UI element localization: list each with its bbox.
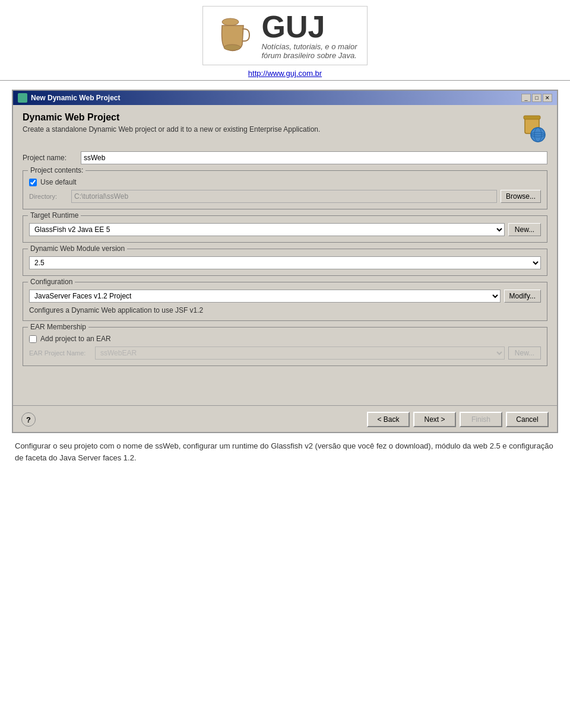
titlebar-icon [18, 93, 27, 103]
target-runtime-label: Target Runtime [28, 211, 81, 220]
page-wizard-icon [517, 112, 547, 143]
spacer3 [23, 384, 547, 390]
header-url[interactable]: http://www.guj.com.br [248, 69, 322, 78]
config-dropdown-row: JavaServer Faces v1.2 Project Modify... [29, 290, 541, 303]
help-button[interactable]: ? [21, 412, 36, 427]
finish-button[interactable]: Finish [460, 412, 502, 427]
svg-point-1 [224, 44, 240, 50]
runtime-select[interactable]: GlassFish v2 Java EE 5 [29, 223, 505, 236]
web-module-label: Dynamic Web Module version [28, 244, 127, 253]
web-module-group: Dynamic Web Module version 2.5 [23, 249, 547, 276]
target-runtime-content: GlassFish v2 Java EE 5 New... [29, 223, 541, 236]
footer-right: < Back Next > Finish Cancel [367, 412, 549, 427]
module-version-select[interactable]: 2.5 [29, 256, 541, 269]
module-version-row: 2.5 [29, 256, 541, 269]
cancel-button[interactable]: Cancel [506, 412, 549, 427]
add-ear-checkbox[interactable] [29, 335, 37, 343]
modify-button[interactable]: Modify... [504, 290, 541, 303]
ear-project-select: ssWebEAR [95, 346, 505, 360]
guj-tagline-1: Notícias, tutoriais, e o maior [261, 42, 357, 51]
configuration-group: Configuration JavaServer Faces v1.2 Proj… [23, 282, 547, 321]
titlebar-controls[interactable]: _ □ ✕ [521, 94, 552, 102]
dialog-body: Dynamic Web Project Create a standalone … [13, 105, 557, 405]
dialog-footer: ? < Back Next > Finish Cancel [13, 405, 557, 432]
caption-text: Configurar o seu projeto com o nome de s… [12, 440, 558, 463]
next-button[interactable]: Next > [413, 412, 456, 427]
guj-text-block: GUJ Notícias, tutoriais, e o maior fórum… [261, 11, 357, 60]
titlebar-left: New Dynamic Web Project [18, 93, 121, 103]
config-description: Configures a Dynamic Web application to … [29, 306, 541, 314]
directory-row: Directory: Browse... [29, 190, 541, 203]
runtime-dropdown-row: GlassFish v2 Java EE 5 New... [29, 223, 541, 236]
use-default-label: Use default [40, 178, 77, 186]
use-default-checkbox[interactable] [29, 179, 37, 186]
minimize-button[interactable]: _ [521, 94, 531, 102]
dialog-window: New Dynamic Web Project _ □ ✕ Dynamic We… [12, 90, 558, 433]
directory-input [71, 190, 497, 203]
spacer2 [23, 378, 547, 384]
svg-rect-3 [524, 116, 540, 119]
ear-project-name-label: EAR Project Name: [29, 349, 91, 357]
dialog-titlebar: New Dynamic Web Project _ □ ✕ [13, 91, 557, 105]
project-contents-group: Project contents: Use default Directory:… [23, 170, 547, 209]
web-module-content: 2.5 [29, 256, 541, 269]
configuration-content: JavaServer Faces v1.2 Project Modify... … [29, 290, 541, 314]
project-contents-content: Use default Directory: Browse... [29, 178, 541, 203]
guj-banner: GUJ Notícias, tutoriais, e o maior fórum… [202, 6, 367, 65]
use-default-row: Use default [29, 178, 541, 186]
add-ear-label: Add project to an EAR [40, 335, 111, 343]
page-header-section: Dynamic Web Project Create a standalone … [23, 112, 547, 143]
config-select[interactable]: JavaServer Faces v1.2 Project [29, 290, 501, 303]
page-subtitle: Create a standalone Dynamic Web project … [23, 125, 320, 133]
maximize-button[interactable]: □ [532, 94, 542, 102]
project-contents-label: Project contents: [28, 166, 86, 174]
main-content: New Dynamic Web Project _ □ ✕ Dynamic We… [0, 84, 570, 472]
ear-new-button: New... [508, 346, 541, 360]
page-title: Dynamic Web Project [23, 112, 320, 123]
project-name-input[interactable] [81, 151, 547, 164]
ear-membership-group: EAR Membership Add project to an EAR EAR… [23, 327, 547, 366]
guj-tagline-2: fórum brasileiro sobre Java. [261, 51, 357, 60]
project-name-row: Project name: [23, 151, 547, 164]
page-header: GUJ Notícias, tutoriais, e o maior fórum… [0, 0, 570, 84]
spacer4 [23, 390, 547, 396]
footer-left: ? [21, 412, 36, 427]
coffee-icon [213, 15, 254, 56]
header-divider [0, 80, 570, 81]
back-button[interactable]: < Back [367, 412, 410, 427]
guj-logo: GUJ [261, 11, 357, 42]
new-runtime-button[interactable]: New... [508, 223, 541, 236]
ear-project-row: EAR Project Name: ssWebEAR New... [29, 346, 541, 360]
target-runtime-group: Target Runtime GlassFish v2 Java EE 5 Ne… [23, 215, 547, 243]
spacer [23, 372, 547, 378]
svg-point-0 [222, 18, 239, 26]
browse-button[interactable]: Browse... [501, 190, 541, 203]
page-header-text: Dynamic Web Project Create a standalone … [23, 112, 320, 133]
close-button[interactable]: ✕ [543, 94, 552, 102]
ear-membership-label: EAR Membership [28, 323, 88, 331]
configuration-label: Configuration [28, 278, 75, 286]
ear-membership-content: Add project to an EAR EAR Project Name: … [29, 335, 541, 360]
dialog-title: New Dynamic Web Project [31, 94, 121, 102]
directory-label: Directory: [29, 193, 68, 200]
project-name-label: Project name: [23, 154, 76, 162]
add-ear-row: Add project to an EAR [29, 335, 541, 343]
